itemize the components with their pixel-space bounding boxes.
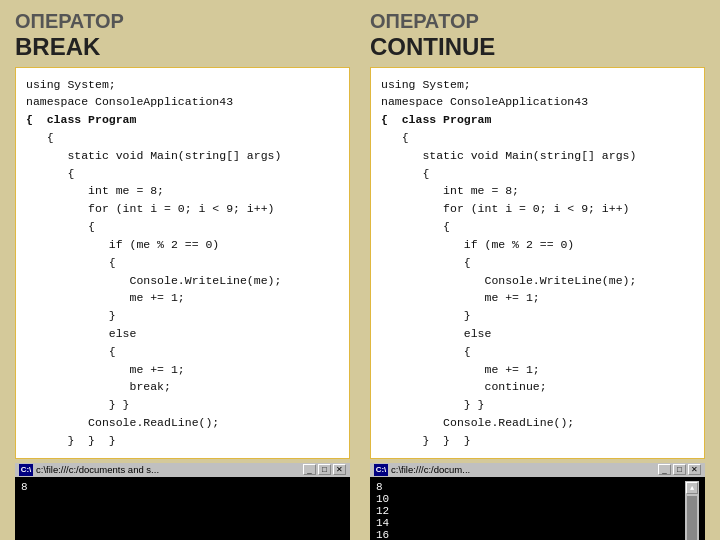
code-line: { [381, 165, 694, 183]
title-line1: ОПЕРАТОР [15, 10, 350, 33]
code-line: me += 1; [26, 289, 339, 307]
code-line: { [381, 129, 694, 147]
title-line2: BREAK [15, 33, 350, 61]
scroll-track [687, 496, 697, 540]
code-line: { [26, 254, 339, 272]
code-line: for (int i = 0; i < 9; i++) [381, 200, 694, 218]
title-line1: ОПЕРАТОР [370, 10, 705, 33]
code-line: using System; [26, 76, 339, 94]
code-line: { [26, 218, 339, 236]
code-line: Console.ReadLine(); [26, 414, 339, 432]
code-line: continue; [381, 378, 694, 396]
code-line: { [26, 165, 339, 183]
minimize-button[interactable]: _ [658, 464, 671, 475]
code-line: static void Main(string[] args) [26, 147, 339, 165]
vertical-scrollbar[interactable]: ▲ ▼ [685, 481, 699, 540]
code-line: } } } [381, 432, 694, 450]
title-line2: CONTINUE [370, 33, 705, 61]
titlebar-left: C:\ c:\file:///c:/documents and s... [19, 464, 159, 476]
console-title-text: c:\file:///c:/documents and s... [36, 464, 159, 475]
output-line: 10 [376, 493, 677, 505]
console-body: 8 [15, 477, 350, 540]
code-line: Console.ReadLine(); [381, 414, 694, 432]
code-box-break: using System;namespace ConsoleApplicatio… [15, 67, 350, 459]
code-line: namespace ConsoleApplication43 [26, 93, 339, 111]
titlebar-left: C:\ c:\file:///c:/docum... [374, 464, 470, 476]
console-title-text: c:\file:///c:/docum... [391, 464, 470, 475]
console-icon: C:\ [19, 464, 33, 476]
console-window-continue: C:\ c:\file:///c:/docum... _ □ ✕ 8101214… [370, 463, 705, 540]
console-titlebar: C:\ c:\file:///c:/docum... _ □ ✕ [370, 463, 705, 477]
console-icon: C:\ [374, 464, 388, 476]
code-line: { class Program [26, 111, 339, 129]
code-line: Console.WriteLine(me); [26, 272, 339, 290]
maximize-button[interactable]: □ [318, 464, 331, 475]
code-line: { [26, 343, 339, 361]
output-line: 12 [376, 505, 677, 517]
panel-continue: ОПЕРАТОРCONTINUEusing System;namespace C… [370, 10, 705, 540]
output-line: 8 [21, 481, 344, 493]
code-line: else [26, 325, 339, 343]
code-line: { [381, 343, 694, 361]
code-line: namespace ConsoleApplication43 [381, 93, 694, 111]
code-line: static void Main(string[] args) [381, 147, 694, 165]
code-line: { class Program [381, 111, 694, 129]
close-button[interactable]: ✕ [333, 464, 346, 475]
console-window-break: C:\ c:\file:///c:/documents and s... _ □… [15, 463, 350, 540]
code-line: me += 1; [381, 289, 694, 307]
code-line: { [381, 218, 694, 236]
console-output: 8 [21, 481, 344, 540]
code-line: } } } [26, 432, 339, 450]
code-line: me += 1; [381, 361, 694, 379]
maximize-button[interactable]: □ [673, 464, 686, 475]
panel-title-break: ОПЕРАТОРBREAK [15, 10, 350, 61]
console-titlebar: C:\ c:\file:///c:/documents and s... _ □… [15, 463, 350, 477]
output-line: 16 [376, 529, 677, 540]
output-line: 8 [376, 481, 677, 493]
code-line: } } [26, 396, 339, 414]
code-line: } [26, 307, 339, 325]
panel-break: ОПЕРАТОРBREAKusing System;namespace Cons… [15, 10, 350, 540]
code-line: int me = 8; [26, 182, 339, 200]
code-line: { [381, 254, 694, 272]
code-line: { [26, 129, 339, 147]
code-line: for (int i = 0; i < 9; i++) [26, 200, 339, 218]
close-button[interactable]: ✕ [688, 464, 701, 475]
code-line: if (me % 2 == 0) [381, 236, 694, 254]
code-line: } } [381, 396, 694, 414]
code-line: int me = 8; [381, 182, 694, 200]
window-buttons: _ □ ✕ [658, 464, 701, 475]
code-line: if (me % 2 == 0) [26, 236, 339, 254]
code-line: } [381, 307, 694, 325]
code-line: else [381, 325, 694, 343]
output-line: 14 [376, 517, 677, 529]
code-line: me += 1; [26, 361, 339, 379]
window-buttons: _ □ ✕ [303, 464, 346, 475]
main-container: ОПЕРАТОРBREAKusing System;namespace Cons… [15, 10, 705, 540]
scroll-up-button[interactable]: ▲ [686, 482, 698, 494]
console-output: 810121416 [376, 481, 677, 540]
panel-title-continue: ОПЕРАТОРCONTINUE [370, 10, 705, 61]
code-line: Console.WriteLine(me); [381, 272, 694, 290]
console-body: 810121416 ▲ ▼ [370, 477, 705, 540]
minimize-button[interactable]: _ [303, 464, 316, 475]
code-line: using System; [381, 76, 694, 94]
code-box-continue: using System;namespace ConsoleApplicatio… [370, 67, 705, 459]
code-line: break; [26, 378, 339, 396]
